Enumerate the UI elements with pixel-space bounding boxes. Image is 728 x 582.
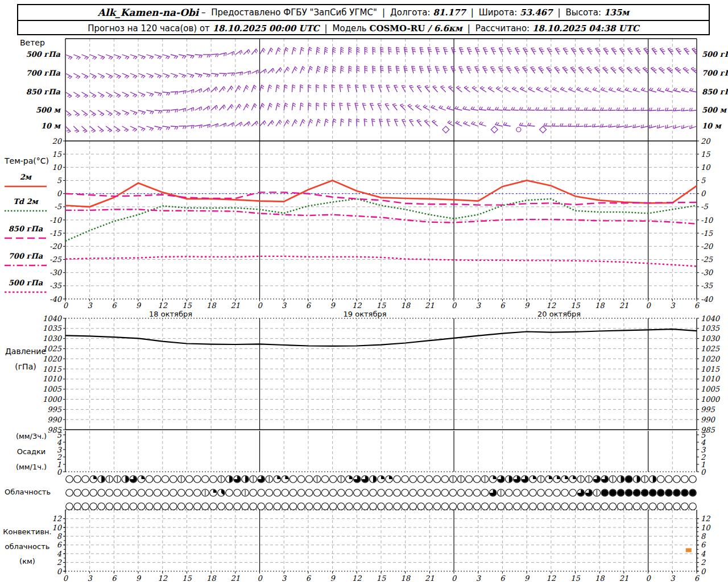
line-shape — [511, 107, 513, 110]
cloud-cover-icon — [481, 489, 489, 497]
line-shape — [192, 56, 194, 59]
line-shape — [278, 49, 280, 52]
line-shape — [503, 125, 511, 126]
line-shape — [676, 48, 679, 49]
line-shape — [507, 68, 510, 69]
line-shape — [292, 85, 295, 86]
line-shape — [150, 56, 152, 59]
line-shape — [230, 88, 232, 90]
line-shape — [392, 104, 395, 105]
temperature-panel: 2020151510105500-5-5-10-10-15-15-20-20-2… — [4, 137, 714, 304]
text-shape: 3 — [476, 301, 482, 310]
line-shape — [586, 107, 587, 110]
line-shape — [266, 69, 266, 72]
line-shape — [243, 85, 246, 92]
line-shape — [98, 110, 104, 114]
line-shape — [552, 87, 555, 89]
text-shape: 850 гПа — [9, 225, 43, 233]
text-shape: 0 — [452, 574, 457, 582]
cloud-row-1 — [66, 489, 697, 497]
line-shape — [531, 48, 534, 48]
text-shape: 18 — [595, 301, 605, 310]
text-shape: 12 — [352, 574, 362, 582]
line-shape — [292, 47, 293, 55]
line-shape — [357, 47, 359, 48]
cloud-cover-icon — [289, 476, 297, 483]
line-shape — [250, 71, 251, 74]
line-shape — [387, 121, 390, 122]
line-shape — [341, 51, 344, 53]
line-shape — [317, 68, 320, 70]
line-shape — [125, 56, 127, 59]
line-shape — [513, 107, 515, 110]
line-shape — [234, 73, 235, 76]
line-shape — [402, 85, 404, 86]
line-shape — [300, 105, 303, 106]
line-shape — [570, 107, 571, 110]
text-shape: -35 — [701, 281, 713, 290]
line-shape — [150, 94, 152, 96]
cloud-cover-icon — [545, 503, 553, 510]
line-shape — [540, 49, 543, 50]
line-shape — [387, 119, 389, 126]
cloud-cover-icon — [321, 489, 329, 497]
text-shape: 6 — [694, 574, 700, 582]
line-shape — [251, 70, 258, 73]
line-shape — [280, 68, 282, 70]
provider-text: Предоставлено ФГБУ "ЗапСиб УГМС" — [211, 7, 377, 18]
line-shape — [504, 89, 510, 92]
line-shape — [231, 105, 233, 107]
line-shape — [499, 66, 502, 67]
line-shape — [256, 49, 258, 52]
line-shape — [636, 48, 639, 48]
separator: | — [462, 23, 475, 34]
text-shape: -35 — [49, 281, 62, 290]
line-shape — [693, 68, 696, 69]
line-shape — [652, 48, 655, 48]
line-shape — [667, 67, 670, 68]
line-shape — [127, 57, 129, 59]
cloud-cover-icon — [457, 503, 465, 510]
line-shape — [654, 51, 657, 52]
line-shape — [208, 107, 208, 110]
line-shape — [539, 48, 542, 48]
line-shape — [243, 104, 247, 110]
line-shape — [177, 92, 178, 94]
line-shape — [150, 111, 152, 114]
line-shape — [174, 56, 176, 58]
line-shape — [564, 68, 566, 69]
line-shape — [219, 53, 226, 55]
line-shape — [184, 76, 186, 78]
text-shape: 1020 — [701, 355, 721, 363]
cloud-cover-icon — [82, 503, 89, 510]
line-shape — [109, 131, 112, 132]
line-shape — [138, 55, 145, 57]
line-shape — [410, 85, 412, 86]
line-shape — [217, 105, 218, 108]
text-shape: 1035 — [701, 324, 720, 332]
line-shape — [276, 120, 280, 126]
line-shape — [627, 88, 629, 90]
line-shape — [228, 86, 231, 92]
line-shape — [163, 126, 170, 127]
line-shape — [692, 89, 693, 91]
line-shape — [578, 88, 581, 90]
cloud-cover-icon — [481, 503, 489, 510]
cloud-cover-icon — [609, 503, 617, 510]
line-shape — [448, 86, 451, 87]
line-shape — [627, 67, 630, 68]
line-shape — [130, 110, 137, 113]
cloud-cover-icon — [266, 503, 273, 510]
line-shape — [92, 95, 94, 97]
line-shape — [628, 49, 631, 50]
line-shape — [248, 123, 249, 126]
line-shape — [371, 85, 373, 92]
text-shape: 10 — [701, 163, 711, 172]
line-shape — [146, 126, 153, 128]
cloud-cover-icon — [305, 489, 313, 497]
text-shape: 1010 — [701, 375, 721, 383]
cloud-fill — [681, 489, 688, 496]
text-shape: 6 — [701, 541, 706, 549]
line-shape — [348, 85, 349, 92]
line-shape — [261, 87, 263, 89]
